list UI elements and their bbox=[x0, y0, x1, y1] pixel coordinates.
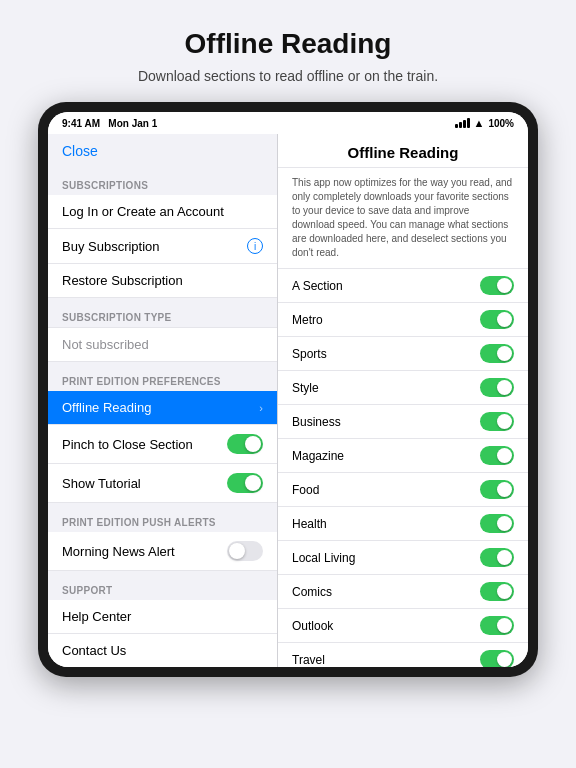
right-header: Offline Reading bbox=[278, 134, 528, 168]
section-toggle[interactable] bbox=[480, 412, 514, 431]
section-row: Business bbox=[278, 405, 528, 439]
section-name: Travel bbox=[292, 653, 325, 667]
section-row: A Section bbox=[278, 269, 528, 303]
section-row: Metro bbox=[278, 303, 528, 337]
toggle-knob-3 bbox=[229, 543, 245, 559]
show-tutorial-label: Show Tutorial bbox=[62, 476, 141, 491]
login-item[interactable]: Log In or Create an Account bbox=[48, 195, 277, 229]
section-toggle[interactable] bbox=[480, 310, 514, 329]
help-center-item[interactable]: Help Center bbox=[48, 600, 277, 634]
right-pane-title: Offline Reading bbox=[292, 144, 514, 161]
restore-subscription-item[interactable]: Restore Subscription bbox=[48, 264, 277, 298]
hero-section: Offline Reading Download sections to rea… bbox=[0, 0, 576, 102]
section-row: Local Living bbox=[278, 541, 528, 575]
not-subscribed-item: Not subscribed bbox=[48, 327, 277, 362]
restore-sub-label: Restore Subscription bbox=[62, 273, 183, 288]
section-row: Sports bbox=[278, 337, 528, 371]
left-header: Close bbox=[48, 134, 277, 166]
status-time: 9:41 AM Mon Jan 1 bbox=[62, 118, 157, 129]
morning-alert-label: Morning News Alert bbox=[62, 544, 175, 559]
show-tutorial-item[interactable]: Show Tutorial bbox=[48, 464, 277, 503]
hero-subtitle: Download sections to read offline or on … bbox=[30, 68, 546, 84]
device-frame: 9:41 AM Mon Jan 1 ▲ 100% Close bbox=[38, 102, 538, 677]
subscription-status: Not subscribed bbox=[62, 337, 149, 352]
section-name: A Section bbox=[292, 279, 343, 293]
right-pane: Offline Reading This app now optimizes f… bbox=[278, 134, 528, 667]
support-label: SUPPORT bbox=[48, 571, 277, 600]
morning-alert-toggle[interactable] bbox=[227, 541, 263, 561]
section-name: Sports bbox=[292, 347, 327, 361]
hero-title: Offline Reading bbox=[30, 28, 546, 60]
show-tutorial-toggle[interactable] bbox=[227, 473, 263, 493]
toggle-sm-knob bbox=[497, 312, 512, 327]
section-toggle[interactable] bbox=[480, 548, 514, 567]
section-name: Comics bbox=[292, 585, 332, 599]
section-row: Magazine bbox=[278, 439, 528, 473]
help-center-label: Help Center bbox=[62, 609, 131, 624]
section-toggle[interactable] bbox=[480, 582, 514, 601]
subscription-type-label: SUBSCRIPTION TYPE bbox=[48, 298, 277, 327]
section-row: Travel bbox=[278, 643, 528, 667]
left-pane: Close SUBSCRIPTIONS Log In or Create an … bbox=[48, 134, 278, 667]
section-toggle[interactable] bbox=[480, 378, 514, 397]
subscription-type-group: SUBSCRIPTION TYPE Not subscribed bbox=[48, 298, 277, 362]
toggle-sm-knob bbox=[497, 652, 512, 667]
section-row: Health bbox=[278, 507, 528, 541]
close-button[interactable]: Close bbox=[62, 143, 98, 159]
section-toggle[interactable] bbox=[480, 616, 514, 635]
subscriptions-label: SUBSCRIPTIONS bbox=[48, 166, 277, 195]
morning-alert-item[interactable]: Morning News Alert bbox=[48, 532, 277, 571]
section-name: Food bbox=[292, 483, 319, 497]
offline-reading-label: Offline Reading bbox=[62, 400, 151, 415]
section-toggle[interactable] bbox=[480, 344, 514, 363]
section-row: Food bbox=[278, 473, 528, 507]
toggle-sm-knob bbox=[497, 516, 512, 531]
section-row: Outlook bbox=[278, 609, 528, 643]
toggle-sm-knob bbox=[497, 618, 512, 633]
toggle-sm-knob bbox=[497, 380, 512, 395]
toggle-sm-knob bbox=[497, 278, 512, 293]
toggle-knob bbox=[245, 436, 261, 452]
print-preferences-label: PRINT EDITION PREFERENCES bbox=[48, 362, 277, 391]
toggle-sm-knob bbox=[497, 346, 512, 361]
info-icon: i bbox=[247, 238, 263, 254]
status-bar: 9:41 AM Mon Jan 1 ▲ 100% bbox=[48, 112, 528, 134]
section-name: Metro bbox=[292, 313, 323, 327]
section-toggle[interactable] bbox=[480, 446, 514, 465]
section-toggle[interactable] bbox=[480, 276, 514, 295]
section-name: Style bbox=[292, 381, 319, 395]
contact-us-item[interactable]: Contact Us bbox=[48, 634, 277, 667]
section-name: Local Living bbox=[292, 551, 355, 565]
toggle-knob-2 bbox=[245, 475, 261, 491]
push-alerts-group: PRINT EDITION PUSH ALERTS Morning News A… bbox=[48, 503, 277, 571]
toggle-sm-knob bbox=[497, 482, 512, 497]
section-name: Business bbox=[292, 415, 341, 429]
push-alerts-label: PRINT EDITION PUSH ALERTS bbox=[48, 503, 277, 532]
battery-level: 100% bbox=[488, 118, 514, 129]
offline-reading-item[interactable]: Offline Reading › bbox=[48, 391, 277, 425]
section-toggle[interactable] bbox=[480, 514, 514, 533]
wifi-icon: ▲ bbox=[474, 117, 485, 129]
contact-us-label: Contact Us bbox=[62, 643, 126, 658]
toggle-sm-knob bbox=[497, 550, 512, 565]
status-right: ▲ 100% bbox=[455, 117, 514, 129]
section-row: Style bbox=[278, 371, 528, 405]
pinch-close-label: Pinch to Close Section bbox=[62, 437, 193, 452]
pinch-close-toggle[interactable] bbox=[227, 434, 263, 454]
section-toggle[interactable] bbox=[480, 480, 514, 499]
pinch-close-item[interactable]: Pinch to Close Section bbox=[48, 425, 277, 464]
sections-list: A SectionMetroSportsStyleBusinessMagazin… bbox=[278, 269, 528, 667]
right-pane-description: This app now optimizes for the way you r… bbox=[278, 168, 528, 269]
section-row: Comics bbox=[278, 575, 528, 609]
section-toggle[interactable] bbox=[480, 650, 514, 667]
section-name: Magazine bbox=[292, 449, 344, 463]
buy-subscription-item[interactable]: Buy Subscription i bbox=[48, 229, 277, 264]
subscriptions-group: SUBSCRIPTIONS Log In or Create an Accoun… bbox=[48, 166, 277, 298]
chevron-right-icon: › bbox=[259, 402, 263, 414]
print-preferences-group: PRINT EDITION PREFERENCES Offline Readin… bbox=[48, 362, 277, 503]
section-name: Health bbox=[292, 517, 327, 531]
section-name: Outlook bbox=[292, 619, 333, 633]
toggle-sm-knob bbox=[497, 414, 512, 429]
toggle-sm-knob bbox=[497, 448, 512, 463]
signal-bars-icon bbox=[455, 118, 470, 128]
